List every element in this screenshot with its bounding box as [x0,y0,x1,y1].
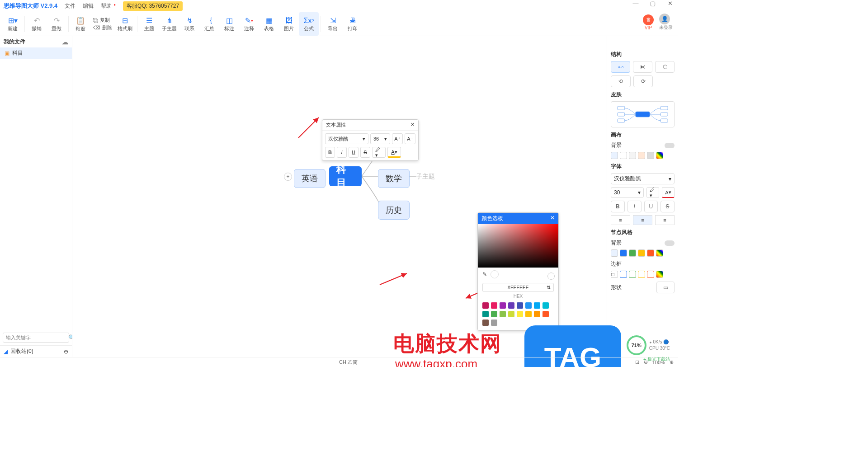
cloud-sync-icon[interactable]: ☁ [62,38,68,46]
popup-close-icon[interactable]: ✕ [410,122,415,128]
ghost-subtopic[interactable]: 子主题 [416,173,435,181]
bg-swatch[interactable] [611,152,618,159]
undo-button[interactable]: ↶撤销 [27,12,47,36]
comment-button[interactable]: ✎●注释 [239,12,259,36]
preset-swatch[interactable] [517,311,523,317]
vip-icon[interactable]: ♛ [643,14,654,25]
search-input[interactable]: 🔍 [3,333,69,343]
redo-button[interactable]: ↷重做 [47,12,66,36]
preset-swatch[interactable] [500,302,506,309]
rp-strike[interactable]: S [660,201,675,212]
new-button[interactable]: ⊞▾新建 [3,12,23,36]
size-inc-button[interactable]: A⁺ [392,133,403,144]
color-picker-close-icon[interactable]: ✕ [550,215,555,222]
paste-button[interactable]: 📋粘贴 [71,12,90,36]
node-swatch[interactable] [629,249,636,257]
shape-select[interactable]: ▭ [656,282,675,293]
node-swatch[interactable] [611,249,618,257]
hex-input[interactable]: #FFFFFF⇅ [482,283,554,292]
text-color-button[interactable]: A▾ [387,147,401,158]
account-icon[interactable]: 👤 [659,14,670,24]
preset-swatch[interactable] [508,302,514,309]
node-swatch[interactable] [647,249,654,257]
node-swatch[interactable] [656,249,663,257]
underline-button[interactable]: U [349,147,359,158]
bg-swatch[interactable] [638,152,645,159]
skin-preview[interactable] [611,101,675,127]
zoom-in-button[interactable]: ⊕ [670,359,674,365]
rp-italic[interactable]: I [627,201,642,212]
menu-file[interactable]: 文件 [65,2,75,10]
bold-button[interactable]: B [325,147,335,158]
root-node[interactable]: 科目 [329,166,362,186]
preset-swatch[interactable] [482,320,489,326]
topic-button[interactable]: ☰主题 [139,12,159,36]
relation-button[interactable]: ↯联系 [179,12,199,36]
node-lishi[interactable]: 历史 [378,201,410,220]
struct-2[interactable]: ⧔ [633,61,652,73]
minimize-button[interactable]: — [630,0,641,7]
bg-swatch[interactable] [620,152,627,159]
font-family-select[interactable]: 汉仪雅酷黑▾ [611,173,675,184]
rp-textcolor-button[interactable]: A▾ [662,187,675,198]
preset-swatch[interactable] [542,311,549,317]
maximize-button[interactable]: ▢ [647,0,658,7]
image-button[interactable]: 🖼图片 [279,12,299,36]
preset-swatch[interactable] [482,302,489,309]
align-left[interactable]: ≡ [611,215,630,225]
bg-swatch[interactable] [629,152,636,159]
formula-button[interactable]: Σx?公式 [299,12,319,36]
struct-5[interactable]: ⟳ [633,75,653,87]
label-button[interactable]: ◫标注 [219,12,239,36]
preset-swatch[interactable] [517,302,523,309]
italic-button[interactable]: I [337,147,347,158]
recycle-bin[interactable]: ◢回收站(0) ⊖ [0,345,72,357]
menu-help[interactable]: 帮助 [101,2,112,10]
format-button[interactable]: ⊟格式刷 [115,12,135,36]
search-field[interactable] [6,335,68,340]
menu-edit[interactable]: 编辑 [83,2,94,10]
bg-swatch[interactable] [647,152,654,159]
export-button[interactable]: ⇲导出 [323,12,343,36]
fit-icon[interactable]: ⊡ [635,359,639,365]
border-sw[interactable] [647,271,654,278]
eyedropper-icon[interactable]: ✎ [482,271,487,277]
node-swatch[interactable] [638,249,645,257]
preset-swatch[interactable] [534,302,540,309]
preset-swatch[interactable] [534,311,540,317]
summary-button[interactable]: ｛汇总 [199,12,219,36]
align-center[interactable]: ≡ [633,215,652,225]
highlight-color-button[interactable]: 🖊▾ [372,147,386,158]
node-shuxue[interactable]: 数学 [378,169,410,188]
rp-underline[interactable]: U [644,201,658,212]
preset-swatch[interactable] [508,311,514,317]
file-item[interactable]: ▣ 科目 [0,47,72,59]
kefu-badge[interactable]: 客服QQ: 3576057727 [123,1,183,11]
preset-swatch[interactable] [525,302,532,309]
rp-bold[interactable]: B [611,201,625,212]
print-button[interactable]: 🖶打印 [343,12,363,36]
subtopic-button[interactable]: ⋔子主题 [159,12,179,36]
bg-toggle[interactable] [665,143,675,148]
border-sw[interactable] [629,271,636,278]
size-select[interactable]: 36▾ [370,133,390,144]
struct-3[interactable]: ⬡ [655,61,675,73]
preset-swatch[interactable] [491,311,497,317]
rp-highlight-button[interactable]: 🖊▾ [646,187,659,198]
strike-button[interactable]: S [360,147,370,158]
preset-swatch[interactable] [500,311,506,317]
node-swatch[interactable] [620,249,627,257]
color-gradient[interactable] [478,224,558,268]
close-button[interactable]: ✕ [665,0,675,7]
size-dec-button[interactable]: A⁻ [405,133,415,144]
border-sw[interactable] [638,271,645,278]
border-sw[interactable] [656,271,663,278]
copy-button[interactable]: ⿻复制 [93,17,112,24]
node-yingyu[interactable]: 英语 [294,169,326,188]
table-button[interactable]: ▦表格 [259,12,279,36]
preset-swatch[interactable] [542,302,549,309]
align-right[interactable]: ≡ [655,215,675,225]
border-sw[interactable] [620,271,627,278]
preset-swatch[interactable] [491,302,497,309]
recycle-expand-icon[interactable]: ⊖ [64,348,68,355]
